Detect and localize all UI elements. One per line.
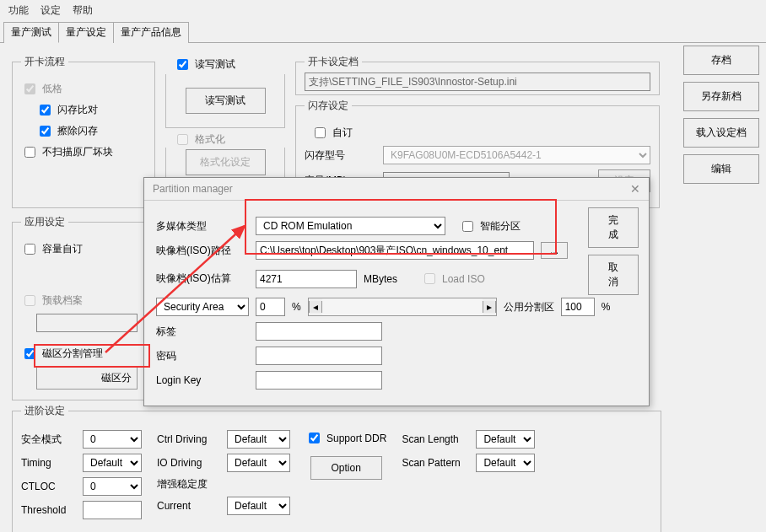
rw-test-checkbox[interactable]	[177, 59, 188, 70]
pct-label-2: %	[601, 301, 611, 313]
threshold-input[interactable]	[83, 501, 142, 519]
support-ddr-label: Support DDR	[326, 433, 386, 444]
flash-custom-checkbox[interactable]	[315, 127, 326, 138]
preload-checkbox	[24, 295, 35, 306]
wipe-flash-label: 擦除闪存	[57, 124, 98, 138]
browse-button[interactable]: ...	[541, 242, 568, 259]
iso-estimate-input[interactable]	[256, 270, 357, 288]
media-type-select[interactable]: CD ROM Emulation	[256, 217, 445, 235]
no-scan-bad-label: 不扫描原厂坏块	[42, 145, 113, 159]
app-settings-legend: 应用设定	[21, 215, 68, 229]
advanced-legend: 进阶设定	[21, 404, 68, 418]
partition-button[interactable]: 磁区分	[36, 367, 138, 390]
password-label: 密码	[156, 349, 249, 363]
cancel-button[interactable]: 取消	[588, 255, 639, 295]
smart-partition-label: 智能分区	[480, 219, 521, 234]
card-config-path[interactable]	[305, 73, 650, 91]
load-iso-label: Load ISO	[442, 273, 485, 285]
support-ddr-checkbox[interactable]	[309, 433, 320, 443]
ok-button[interactable]: 完成	[588, 207, 639, 248]
safe-mode-label: 安全模式	[21, 433, 76, 447]
flash-model-label: 闪存型号	[305, 148, 376, 163]
flash-config-legend: 闪存设定	[305, 99, 352, 113]
scan-pattern-select[interactable]: Default	[476, 454, 535, 472]
no-scan-bad-checkbox[interactable]	[24, 147, 35, 158]
card-config-fieldset: 开卡设定档	[295, 55, 660, 95]
ctrl-driving-label: Ctrl Driving	[157, 433, 220, 445]
iso-path-input[interactable]	[256, 241, 534, 260]
arrow-right-icon[interactable]: ▸	[483, 301, 496, 313]
iso-path-label: 映像档(ISO)路径	[156, 244, 249, 258]
threshold-label: Threshold	[21, 504, 76, 516]
menu-bar: 功能 设定 帮助	[0, 0, 766, 21]
current-label: Current	[157, 500, 220, 512]
login-key-input[interactable]	[256, 371, 382, 390]
security-area-select[interactable]: Security Area	[156, 298, 249, 316]
open-card-fieldset: 开卡流程 低格 闪存比对 擦除闪存 不扫描原厂坏块	[12, 55, 155, 208]
iso-estimate-label: 映像档(ISO)估算	[156, 271, 249, 286]
ctrl-driving-select[interactable]: Default	[227, 430, 290, 449]
close-icon[interactable]: ✕	[630, 182, 640, 196]
preload-label: 预载档案	[42, 293, 83, 308]
lowlevel-label: 低格	[42, 82, 62, 96]
login-key-label: Login Key	[156, 374, 249, 386]
lowlevel-checkbox	[24, 83, 35, 94]
smart-partition-checkbox[interactable]	[462, 221, 473, 232]
rw-test-label: 读写测试	[195, 57, 235, 72]
scan-length-select[interactable]: Default	[476, 430, 535, 449]
load-iso-checkbox	[424, 273, 435, 284]
menu-func[interactable]: 功能	[8, 3, 29, 18]
password-input[interactable]	[256, 347, 382, 365]
partition-manager-dialog: Partition manager ✕ 完成 取消 多媒体类型 CD ROM E…	[143, 177, 650, 406]
wipe-flash-checkbox[interactable]	[40, 126, 51, 137]
flash-custom-label: 自订	[332, 126, 353, 140]
rw-test-button[interactable]: 读写测试	[186, 88, 266, 114]
security-pct-input[interactable]	[256, 298, 285, 316]
option-button[interactable]: Option	[310, 456, 382, 480]
tab-mass-test[interactable]: 量产测试	[3, 22, 59, 43]
format-settings-button: 格式化设定	[186, 149, 266, 175]
mbytes-label: MBytes	[364, 273, 397, 285]
stability-label: 增强稳定度	[157, 477, 220, 492]
pct-label-1: %	[292, 301, 301, 313]
capacity-custom-checkbox[interactable]	[24, 244, 35, 255]
rw-fieldset: 读写测试	[165, 74, 285, 128]
menu-help[interactable]: 帮助	[73, 3, 93, 18]
flash-compare-label: 闪存比对	[57, 103, 98, 117]
current-select[interactable]: Default	[227, 497, 290, 515]
timing-select[interactable]: Default	[83, 454, 142, 472]
scan-length-label: Scan Length	[402, 433, 469, 445]
media-type-label: 多媒体类型	[156, 219, 249, 234]
partition-mgr-label: 磁区分割管理	[42, 347, 103, 361]
open-card-legend: 开卡流程	[21, 55, 68, 69]
tab-mass-settings[interactable]: 量产设定	[58, 22, 114, 43]
io-driving-label: IO Driving	[157, 457, 220, 469]
advanced-fieldset: 进阶设定 安全模式0 TimingDefault CTLOC0 Threshol…	[12, 404, 661, 532]
timing-label: Timing	[21, 457, 76, 469]
menu-settings[interactable]: 设定	[40, 3, 61, 18]
partition-slider[interactable]: ◂ ▸	[308, 298, 497, 316]
partition-mgr-checkbox[interactable]	[24, 348, 35, 359]
format-checkbox	[177, 134, 188, 145]
ctloc-select[interactable]: 0	[83, 477, 142, 496]
flash-model-select: K9FAG08U0M-ECD5106A5442-1	[383, 146, 650, 164]
preload-path	[36, 314, 138, 332]
public-pct-input[interactable]	[561, 298, 595, 316]
ctloc-label: CTLOC	[21, 481, 76, 492]
io-driving-select[interactable]: Default	[227, 454, 290, 472]
format-label: 格式化	[195, 132, 225, 147]
card-config-legend: 开卡设定档	[305, 55, 362, 69]
flash-compare-checkbox[interactable]	[40, 105, 51, 116]
app-settings-fieldset: 应用设定 容量自订 预载档案 磁区分割管理 磁区分	[12, 215, 155, 400]
tab-product-info[interactable]: 量产产品信息	[113, 22, 189, 43]
capacity-custom-label: 容量自订	[42, 242, 83, 256]
scan-pattern-label: Scan Pattern	[402, 457, 469, 469]
dialog-title: Partition manager	[153, 183, 233, 195]
safe-mode-select[interactable]: 0	[83, 430, 142, 449]
volume-label-input[interactable]	[256, 322, 382, 341]
volume-label-label: 标签	[156, 325, 249, 339]
tab-bar: 量产测试 量产设定 量产产品信息	[0, 21, 766, 43]
public-partition-label: 公用分割区	[504, 300, 554, 314]
arrow-left-icon[interactable]: ◂	[309, 301, 322, 313]
